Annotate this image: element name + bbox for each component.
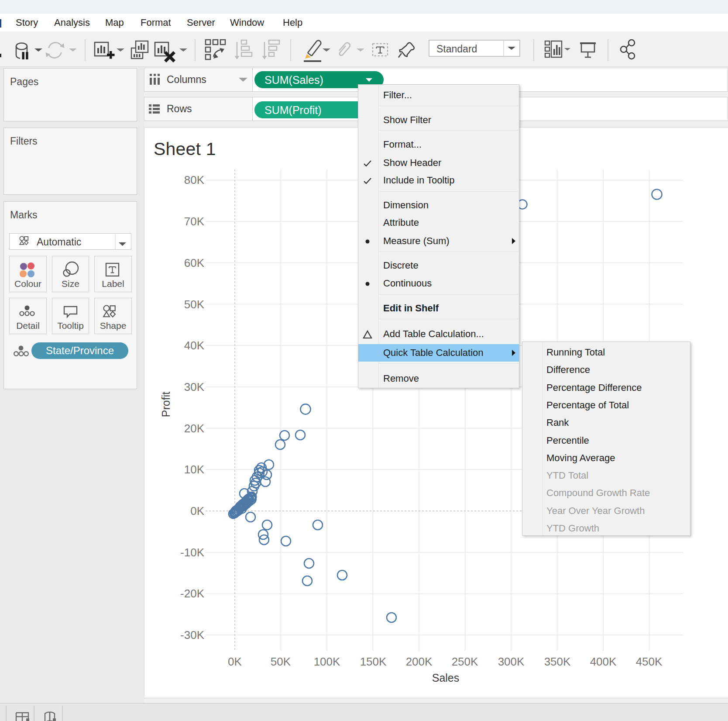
svg-text:Standard: Standard: [436, 43, 477, 55]
